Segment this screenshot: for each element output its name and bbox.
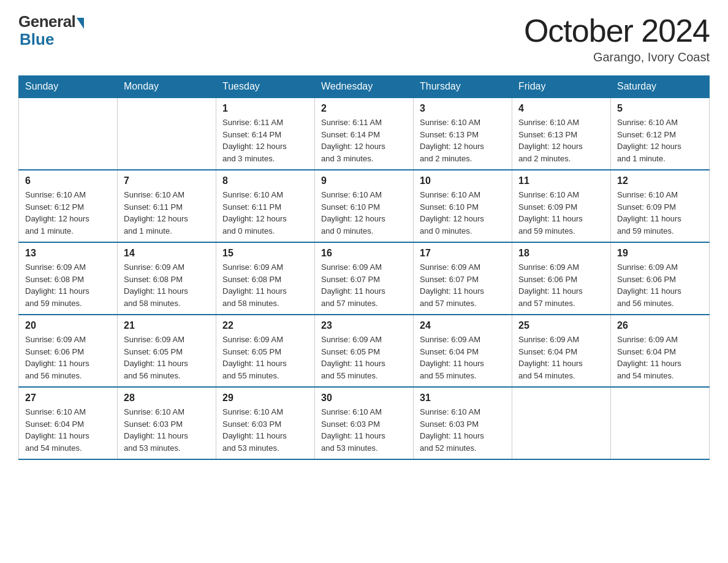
calendar-cell: 3Sunrise: 6:10 AMSunset: 6:13 PMDaylight… bbox=[414, 98, 512, 170]
day-info: Sunrise: 6:10 AMSunset: 6:11 PMDaylight:… bbox=[124, 189, 210, 237]
day-number: 28 bbox=[124, 393, 210, 404]
location-text: Garango, Ivory Coast bbox=[524, 50, 710, 64]
day-info: Sunrise: 6:10 AMSunset: 6:11 PMDaylight:… bbox=[222, 189, 308, 237]
day-info: Sunrise: 6:10 AMSunset: 6:03 PMDaylight:… bbox=[420, 406, 506, 454]
day-info: Sunrise: 6:09 AMSunset: 6:05 PMDaylight:… bbox=[321, 334, 407, 381]
calendar-cell: 24Sunrise: 6:09 AMSunset: 6:04 PMDayligh… bbox=[414, 315, 512, 387]
day-info: Sunrise: 6:10 AMSunset: 6:13 PMDaylight:… bbox=[518, 117, 604, 164]
page-header: General Blue October 2024 Garango, Ivory… bbox=[18, 12, 710, 64]
calendar-cell: 18Sunrise: 6:09 AMSunset: 6:06 PMDayligh… bbox=[512, 242, 611, 315]
day-number: 27 bbox=[25, 393, 111, 404]
day-info: Sunrise: 6:09 AMSunset: 6:04 PMDaylight:… bbox=[617, 334, 703, 381]
day-info: Sunrise: 6:10 AMSunset: 6:12 PMDaylight:… bbox=[617, 117, 703, 164]
calendar-cell: 1Sunrise: 6:11 AMSunset: 6:14 PMDaylight… bbox=[216, 98, 315, 170]
calendar-cell: 23Sunrise: 6:09 AMSunset: 6:05 PMDayligh… bbox=[315, 315, 414, 387]
day-number: 19 bbox=[617, 248, 703, 259]
day-number: 17 bbox=[420, 248, 506, 259]
calendar-cell: 29Sunrise: 6:10 AMSunset: 6:03 PMDayligh… bbox=[216, 387, 315, 459]
day-number: 15 bbox=[222, 248, 308, 259]
calendar-cell: 8Sunrise: 6:10 AMSunset: 6:11 PMDaylight… bbox=[216, 170, 315, 242]
day-number: 25 bbox=[518, 320, 604, 331]
day-info: Sunrise: 6:09 AMSunset: 6:04 PMDaylight:… bbox=[420, 334, 506, 381]
day-info: Sunrise: 6:09 AMSunset: 6:04 PMDaylight:… bbox=[518, 334, 604, 381]
calendar-cell: 17Sunrise: 6:09 AMSunset: 6:07 PMDayligh… bbox=[414, 242, 512, 315]
calendar-cell: 31Sunrise: 6:10 AMSunset: 6:03 PMDayligh… bbox=[414, 387, 512, 459]
day-info: Sunrise: 6:09 AMSunset: 6:06 PMDaylight:… bbox=[617, 261, 703, 309]
day-info: Sunrise: 6:10 AMSunset: 6:03 PMDaylight:… bbox=[124, 406, 210, 454]
weekday-header-tuesday: Tuesday bbox=[216, 76, 315, 98]
day-number: 11 bbox=[518, 175, 604, 186]
day-number: 22 bbox=[222, 320, 308, 331]
calendar-cell: 21Sunrise: 6:09 AMSunset: 6:05 PMDayligh… bbox=[118, 315, 216, 387]
calendar-cell: 6Sunrise: 6:10 AMSunset: 6:12 PMDaylight… bbox=[19, 170, 118, 242]
weekday-header-monday: Monday bbox=[118, 76, 216, 98]
month-title: October 2024 bbox=[524, 12, 710, 49]
calendar-cell: 14Sunrise: 6:09 AMSunset: 6:08 PMDayligh… bbox=[118, 242, 216, 315]
day-number: 9 bbox=[321, 175, 407, 186]
day-info: Sunrise: 6:10 AMSunset: 6:09 PMDaylight:… bbox=[617, 189, 703, 237]
calendar-cell: 27Sunrise: 6:10 AMSunset: 6:04 PMDayligh… bbox=[19, 387, 118, 459]
day-number: 24 bbox=[420, 320, 506, 331]
calendar-cell: 4Sunrise: 6:10 AMSunset: 6:13 PMDaylight… bbox=[512, 98, 611, 170]
logo-blue-text: Blue bbox=[18, 30, 54, 49]
calendar-week-row: 20Sunrise: 6:09 AMSunset: 6:06 PMDayligh… bbox=[19, 315, 710, 387]
day-info: Sunrise: 6:10 AMSunset: 6:10 PMDaylight:… bbox=[420, 189, 506, 237]
weekday-header-saturday: Saturday bbox=[611, 76, 710, 98]
logo-general-text: General bbox=[18, 12, 75, 31]
day-info: Sunrise: 6:10 AMSunset: 6:03 PMDaylight:… bbox=[222, 406, 308, 454]
day-number: 8 bbox=[222, 175, 308, 186]
day-number: 2 bbox=[321, 103, 407, 114]
logo: General Blue bbox=[18, 12, 84, 49]
weekday-header-wednesday: Wednesday bbox=[315, 76, 414, 98]
day-number: 31 bbox=[420, 393, 506, 404]
day-info: Sunrise: 6:09 AMSunset: 6:08 PMDaylight:… bbox=[124, 261, 210, 309]
calendar-week-row: 6Sunrise: 6:10 AMSunset: 6:12 PMDaylight… bbox=[19, 170, 710, 242]
calendar-cell: 25Sunrise: 6:09 AMSunset: 6:04 PMDayligh… bbox=[512, 315, 611, 387]
calendar-cell: 19Sunrise: 6:09 AMSunset: 6:06 PMDayligh… bbox=[611, 242, 710, 315]
day-info: Sunrise: 6:09 AMSunset: 6:06 PMDaylight:… bbox=[25, 334, 111, 381]
day-info: Sunrise: 6:09 AMSunset: 6:05 PMDaylight:… bbox=[222, 334, 308, 381]
day-number: 13 bbox=[25, 248, 111, 259]
calendar-cell: 10Sunrise: 6:10 AMSunset: 6:10 PMDayligh… bbox=[414, 170, 512, 242]
calendar-cell: 26Sunrise: 6:09 AMSunset: 6:04 PMDayligh… bbox=[611, 315, 710, 387]
calendar-cell: 28Sunrise: 6:10 AMSunset: 6:03 PMDayligh… bbox=[118, 387, 216, 459]
calendar-cell: 30Sunrise: 6:10 AMSunset: 6:03 PMDayligh… bbox=[315, 387, 414, 459]
calendar-cell bbox=[512, 387, 611, 459]
day-number: 20 bbox=[25, 320, 111, 331]
day-info: Sunrise: 6:10 AMSunset: 6:03 PMDaylight:… bbox=[321, 406, 407, 454]
day-number: 3 bbox=[420, 103, 506, 114]
day-number: 6 bbox=[25, 175, 111, 186]
day-number: 10 bbox=[420, 175, 506, 186]
calendar-cell bbox=[611, 387, 710, 459]
day-info: Sunrise: 6:10 AMSunset: 6:13 PMDaylight:… bbox=[420, 117, 506, 164]
day-info: Sunrise: 6:09 AMSunset: 6:07 PMDaylight:… bbox=[420, 261, 506, 309]
day-number: 30 bbox=[321, 393, 407, 404]
day-number: 4 bbox=[518, 103, 604, 114]
calendar-cell: 22Sunrise: 6:09 AMSunset: 6:05 PMDayligh… bbox=[216, 315, 315, 387]
day-info: Sunrise: 6:09 AMSunset: 6:08 PMDaylight:… bbox=[25, 261, 111, 309]
calendar-cell: 16Sunrise: 6:09 AMSunset: 6:07 PMDayligh… bbox=[315, 242, 414, 315]
day-number: 16 bbox=[321, 248, 407, 259]
day-info: Sunrise: 6:09 AMSunset: 6:06 PMDaylight:… bbox=[518, 261, 604, 309]
calendar-cell: 5Sunrise: 6:10 AMSunset: 6:12 PMDaylight… bbox=[611, 98, 710, 170]
day-number: 5 bbox=[617, 103, 703, 114]
day-number: 14 bbox=[124, 248, 210, 259]
calendar-cell: 12Sunrise: 6:10 AMSunset: 6:09 PMDayligh… bbox=[611, 170, 710, 242]
calendar-cell: 11Sunrise: 6:10 AMSunset: 6:09 PMDayligh… bbox=[512, 170, 611, 242]
day-number: 18 bbox=[518, 248, 604, 259]
day-number: 23 bbox=[321, 320, 407, 331]
calendar-cell: 13Sunrise: 6:09 AMSunset: 6:08 PMDayligh… bbox=[19, 242, 118, 315]
weekday-header-row: SundayMondayTuesdayWednesdayThursdayFrid… bbox=[19, 76, 710, 98]
day-number: 1 bbox=[222, 103, 308, 114]
calendar-cell bbox=[19, 98, 118, 170]
calendar-cell bbox=[118, 98, 216, 170]
calendar-week-row: 1Sunrise: 6:11 AMSunset: 6:14 PMDaylight… bbox=[19, 98, 710, 170]
day-number: 26 bbox=[617, 320, 703, 331]
day-number: 12 bbox=[617, 175, 703, 186]
day-info: Sunrise: 6:10 AMSunset: 6:10 PMDaylight:… bbox=[321, 189, 407, 237]
day-info: Sunrise: 6:10 AMSunset: 6:09 PMDaylight:… bbox=[518, 189, 604, 237]
weekday-header-sunday: Sunday bbox=[19, 76, 118, 98]
calendar-week-row: 27Sunrise: 6:10 AMSunset: 6:04 PMDayligh… bbox=[19, 387, 710, 459]
day-info: Sunrise: 6:11 AMSunset: 6:14 PMDaylight:… bbox=[222, 117, 308, 164]
calendar-cell: 20Sunrise: 6:09 AMSunset: 6:06 PMDayligh… bbox=[19, 315, 118, 387]
